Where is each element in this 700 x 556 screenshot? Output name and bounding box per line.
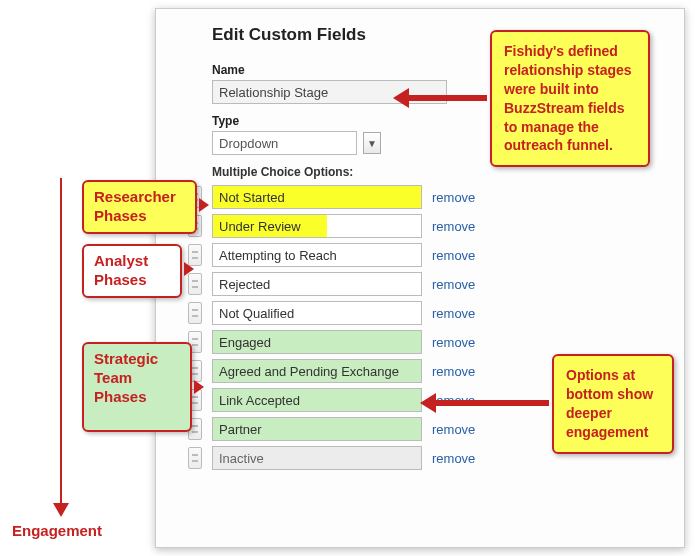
remove-link[interactable]: remove [432,422,475,437]
annotation-pointer-icon [184,262,194,276]
drag-handle-icon[interactable] [188,302,202,324]
option-input[interactable] [212,330,422,354]
remove-link[interactable]: remove [432,451,475,466]
option-row: remove [212,272,664,296]
remove-link[interactable]: remove [432,277,475,292]
remove-link[interactable]: remove [432,219,475,234]
option-input[interactable] [212,185,422,209]
annotation-pointer-icon [199,198,209,212]
remove-link[interactable]: remove [432,364,475,379]
remove-link[interactable]: remove [432,306,475,321]
chevron-down-icon[interactable]: ▼ [363,132,381,154]
annotation-strategic-team-phases: Strategic Team Phases [82,342,192,432]
type-select[interactable]: Dropdown [212,131,357,155]
option-row: remove [212,301,664,325]
option-row: remove [212,185,664,209]
option-row: remove [212,214,664,238]
engagement-arrow-line [60,178,62,508]
annotation-researcher-phases: Researcher Phases [82,180,197,234]
annotation-deeper-engagement: Options at bottom show deeper engagement [552,354,674,454]
option-row: remove [212,243,664,267]
option-input[interactable] [212,417,422,441]
option-input[interactable] [212,446,422,470]
option-row: remove [212,330,664,354]
option-input[interactable] [212,388,422,412]
drag-handle-icon[interactable] [188,273,202,295]
remove-link[interactable]: remove [432,190,475,205]
engagement-label: Engagement [12,522,102,539]
type-select-value: Dropdown [219,136,278,151]
option-input[interactable] [212,272,422,296]
option-input[interactable] [212,243,422,267]
option-input[interactable] [212,359,422,383]
multiple-choice-label: Multiple Choice Options: [212,165,664,179]
arrow-left-icon [434,400,549,406]
annotation-fishidy-explainer: Fishidy's defined relationship stages we… [490,30,650,167]
arrow-left-icon [407,95,487,101]
arrow-down-icon [53,503,69,517]
remove-link[interactable]: remove [432,248,475,263]
annotation-pointer-icon [194,380,204,394]
annotation-analyst-phases: Analyst Phases [82,244,182,298]
option-input[interactable] [212,301,422,325]
remove-link[interactable]: remove [432,335,475,350]
drag-handle-icon[interactable] [188,447,202,469]
option-input[interactable] [212,214,422,238]
